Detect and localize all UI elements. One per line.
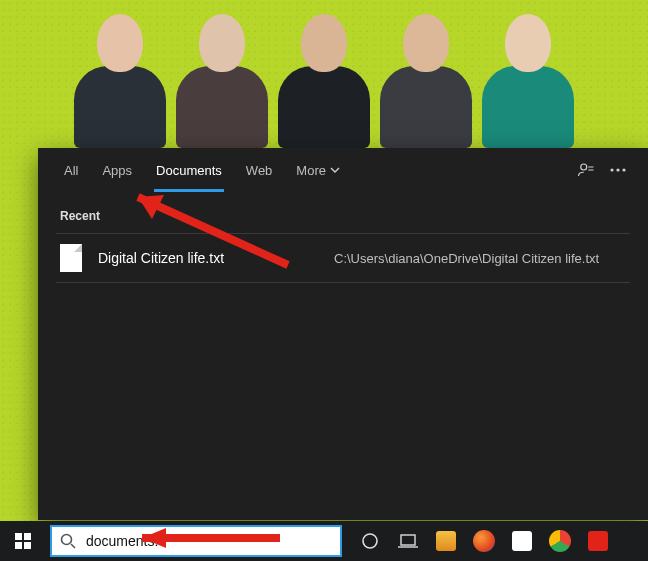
svg-line-5 [71, 544, 75, 548]
taskbar-app-explorer[interactable] [428, 521, 464, 561]
start-button[interactable] [0, 521, 46, 561]
tab-all[interactable]: All [52, 148, 90, 192]
search-results-panel: All Apps Documents Web More Recent Digit… [38, 148, 648, 520]
search-input[interactable] [84, 532, 332, 550]
svg-point-6 [363, 534, 377, 548]
taskbar-app-chrome[interactable] [542, 521, 578, 561]
wallpaper-people [0, 0, 648, 148]
options-button[interactable] [602, 154, 634, 186]
taskbar-app-slack[interactable] [504, 521, 540, 561]
taskbar-icons [346, 521, 648, 561]
taskbar-app-generic[interactable] [580, 521, 616, 561]
feedback-icon [577, 161, 595, 179]
taskbar-search-box[interactable] [50, 525, 342, 557]
svg-rect-7 [401, 535, 415, 545]
result-row[interactable]: Digital Citizen life.txt C:\Users\diana\… [38, 234, 648, 282]
windows-logo-icon [15, 533, 31, 549]
text-file-icon [60, 244, 82, 272]
taskbar-app-firefox[interactable] [466, 521, 502, 561]
divider [56, 282, 630, 283]
cortana-icon [361, 532, 379, 550]
taskbar [0, 521, 648, 561]
svg-point-4 [62, 535, 72, 545]
recent-heading: Recent [38, 193, 648, 233]
feedback-button[interactable] [570, 154, 602, 186]
ellipsis-icon [610, 168, 626, 172]
tab-more-label: More [296, 163, 326, 178]
task-view-button[interactable] [390, 521, 426, 561]
tab-documents[interactable]: Documents [144, 148, 234, 192]
tab-apps[interactable]: Apps [90, 148, 144, 192]
svg-point-1 [610, 168, 613, 171]
result-filepath: C:\Users\diana\OneDrive\Digital Citizen … [334, 251, 599, 266]
search-filter-tabs: All Apps Documents Web More [38, 148, 648, 193]
tab-more[interactable]: More [284, 148, 352, 192]
cortana-button[interactable] [352, 521, 388, 561]
task-view-icon [398, 533, 418, 549]
search-icon [60, 533, 76, 549]
tab-web[interactable]: Web [234, 148, 285, 192]
chevron-down-icon [330, 165, 340, 175]
svg-point-0 [581, 164, 587, 170]
svg-point-2 [616, 168, 619, 171]
svg-point-3 [622, 168, 625, 171]
result-filename: Digital Citizen life.txt [98, 250, 318, 266]
